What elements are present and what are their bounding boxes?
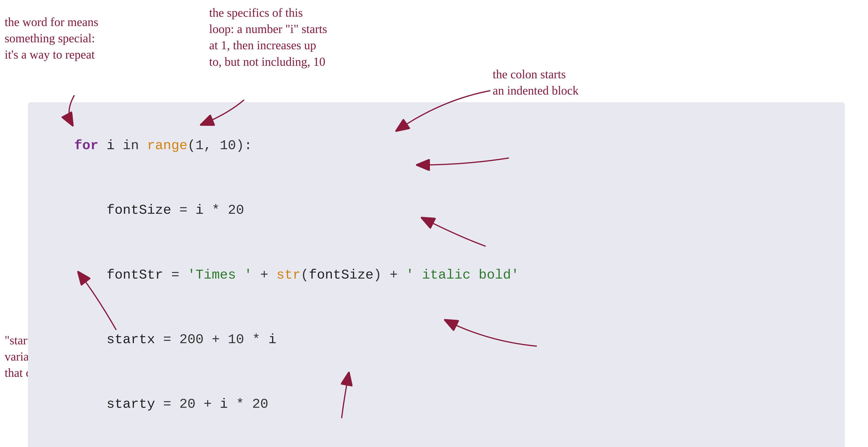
code-line-1: for i in range(1, 10): xyxy=(42,114,831,178)
annotation-for-meaning: the word for meanssomething special:it's… xyxy=(5,14,98,63)
code-line-5: starty = 20 + i * 20 xyxy=(42,372,831,437)
code-line-4: startx = 200 + 10 * i xyxy=(42,307,831,372)
annotation-colon-starts: the colon startsan indented block xyxy=(493,66,579,99)
code-line-3: fontStr = 'Times ' + str(fontSize) + ' i… xyxy=(42,243,831,307)
code-block: for i in range(1, 10): fontSize = i * 20… xyxy=(28,102,845,447)
annotation-loop-specifics: the specifics of thisloop: a number "i" … xyxy=(209,5,327,70)
code-line-2: fontSize = i * 20 xyxy=(42,178,831,243)
code-line-6: canvas.create_text(startx, starty, text=… xyxy=(42,437,831,447)
